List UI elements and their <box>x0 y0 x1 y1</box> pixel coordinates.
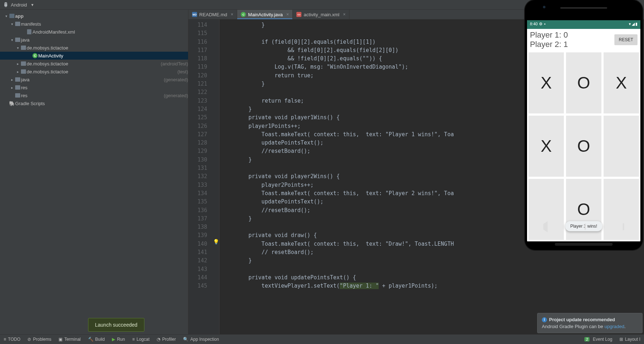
tree-node-gradle[interactable]: 🐘 Gradle Scripts <box>0 99 188 107</box>
xml-icon: <> <box>296 12 301 17</box>
nav-home-icon[interactable] <box>584 224 586 229</box>
reset-button[interactable]: RESET <box>614 34 638 45</box>
tab-label: README.md <box>199 12 227 17</box>
emulator-time: 8:40 <box>530 22 538 26</box>
emulator-camera <box>543 6 545 8</box>
tree-node-res-gen[interactable]: res (generated) <box>0 91 188 99</box>
project-view-dropdown[interactable]: Android <box>11 2 27 8</box>
tree-label: res <box>21 93 162 98</box>
player1-score: Player 1: 0 <box>530 30 568 40</box>
terminal-icon: ▣ <box>58 337 62 342</box>
grid-cell[interactable]: X <box>528 116 564 177</box>
tree-node-manifest-file[interactable]: AndroidManifest.xml <box>0 28 188 36</box>
gutter: 1141151161171181191201211221231241251261… <box>188 20 212 334</box>
android-icon <box>3 2 9 8</box>
build-tool[interactable]: 🔨Build <box>84 335 109 344</box>
java-class-icon: C <box>241 12 246 17</box>
close-icon[interactable]: × <box>286 12 289 17</box>
project-tree[interactable]: ▾ app ▾ manifests AndroidManifest.xml ▾ … <box>0 10 188 334</box>
tree-label: de.mobsys.tictactoe <box>27 69 176 74</box>
event-log-tool[interactable]: 2Event Log <box>581 337 616 342</box>
nav-recent-icon[interactable] <box>623 224 624 229</box>
tree-node-manifests[interactable]: ▾ manifests <box>0 20 188 28</box>
signal-icon: ◢ <box>632 22 635 26</box>
markdown-icon: MD <box>192 12 197 17</box>
tree-node-res[interactable]: ▸ res <box>0 83 188 91</box>
editor-tab[interactable]: CMainActivity.java× <box>237 10 293 19</box>
tree-node-java[interactable]: ▾ java <box>0 36 188 44</box>
play-icon: ▶ <box>112 337 115 342</box>
tree-suffix: (test) <box>177 69 188 74</box>
notification-body: Android Gradle Plugin can be upgraded. <box>542 324 638 329</box>
tree-label: java <box>21 77 162 82</box>
nav-back-icon[interactable] <box>543 224 548 229</box>
tree-node-package[interactable]: ▾ de.mobsys.tictactoe <box>0 44 188 52</box>
battery-small-icon: ▪ <box>544 22 545 26</box>
tree-node-package-androidtest[interactable]: ▸ de.mobsys.tictactoe (androidTest) <box>0 60 188 68</box>
close-icon[interactable]: × <box>343 12 345 17</box>
tictactoe-grid: XOXXOOPlayer 2 wins! <box>527 51 640 241</box>
gear-small-icon: ⚙ <box>539 22 543 26</box>
layout-icon: ⊞ <box>619 337 623 342</box>
app-inspection-tool[interactable]: 🔍App Inspection <box>179 335 222 344</box>
event-count-badge: 2 <box>584 337 589 341</box>
profiler-icon: ◔ <box>157 337 160 342</box>
tree-label: res <box>21 85 188 90</box>
tree-suffix: (generated) <box>164 77 188 82</box>
tree-label: AndroidManifest.xml <box>32 29 188 35</box>
todo-tool[interactable]: ≡TODO <box>0 335 24 344</box>
grid-cell[interactable]: O <box>566 116 601 177</box>
emulator-status-bar: 8:40 ⚙ ▪ ▾ ◢ ▮ <box>527 20 640 27</box>
logcat-tool[interactable]: ≡Logcat <box>129 335 153 344</box>
tree-label: java <box>21 37 188 43</box>
android-emulator: 8:40 ⚙ ▪ ▾ ◢ ▮ Player 1: 0 Player 2: 1 R… <box>525 0 643 250</box>
tree-label: MainActivity <box>38 53 188 59</box>
terminal-tool[interactable]: ▣Terminal <box>55 335 84 344</box>
emulator-nav-bar <box>525 220 643 233</box>
tree-node-app[interactable]: ▾ app <box>0 12 188 20</box>
hammer-icon: 🔨 <box>88 337 93 342</box>
grid-cell[interactable]: X <box>528 52 564 113</box>
logcat-icon: ≡ <box>132 337 135 342</box>
inspection-icon: 🔍 <box>183 337 188 342</box>
tree-label: manifests <box>21 21 188 27</box>
problems-tool[interactable]: ⊘Problems <box>24 335 55 344</box>
tree-node-main-activity[interactable]: C MainActivity <box>0 52 188 60</box>
tab-label: MainActivity.java <box>248 12 283 17</box>
info-icon: i <box>542 317 547 322</box>
run-tool[interactable]: ▶Run <box>108 335 129 344</box>
profiler-tool[interactable]: ◔Profiler <box>153 335 179 344</box>
launch-succeeded-balloon: Launch succeeded <box>88 318 144 332</box>
wifi-icon: ▾ <box>629 22 631 26</box>
warning-icon: ⊘ <box>27 337 31 342</box>
editor-tab[interactable]: <>activity_main.xml× <box>293 10 349 19</box>
tree-label: Gradle Scripts <box>15 101 188 106</box>
grid-cell[interactable]: X <box>604 52 639 113</box>
layout-inspector-tool[interactable]: ⊞Layout I <box>616 337 644 342</box>
editor-tab[interactable]: MDREADME.md× <box>188 10 237 19</box>
grid-cell[interactable] <box>604 116 639 177</box>
emulator-home-indicator <box>555 243 613 246</box>
emulator-score-area: Player 1: 0 Player 2: 1 RESET <box>527 29 640 51</box>
battery-icon: ▮ <box>635 22 638 26</box>
status-bar: ≡TODO ⊘Problems ▣Terminal 🔨Build ▶Run ≡L… <box>0 334 644 344</box>
upgrade-link[interactable]: upgraded <box>604 324 624 329</box>
tree-label: de.mobsys.tictactoe <box>27 45 188 51</box>
tree-label: app <box>15 13 188 19</box>
notification-title: Project update recommended <box>549 317 615 322</box>
intention-bulb-icon[interactable]: 💡 <box>213 238 219 246</box>
tree-node-java-gen[interactable]: ▸ java (generated) <box>0 76 188 83</box>
tab-label: activity_main.xml <box>304 12 339 17</box>
tree-suffix: (generated) <box>164 93 188 98</box>
fold-column: 💡 <box>212 20 219 334</box>
list-icon: ≡ <box>4 337 6 342</box>
close-icon[interactable]: × <box>231 12 233 17</box>
notification-panel[interactable]: i Project update recommended Android Gra… <box>537 313 643 333</box>
tree-label: de.mobsys.tictactoe <box>27 61 159 66</box>
player2-score: Player 2: 1 <box>530 40 568 49</box>
tree-node-package-test[interactable]: ▸ de.mobsys.tictactoe (test) <box>0 68 188 76</box>
tree-suffix: (androidTest) <box>161 61 188 66</box>
chevron-down-icon: ▼ <box>31 3 34 7</box>
emulator-speaker <box>560 7 607 9</box>
grid-cell[interactable]: O <box>566 52 601 113</box>
